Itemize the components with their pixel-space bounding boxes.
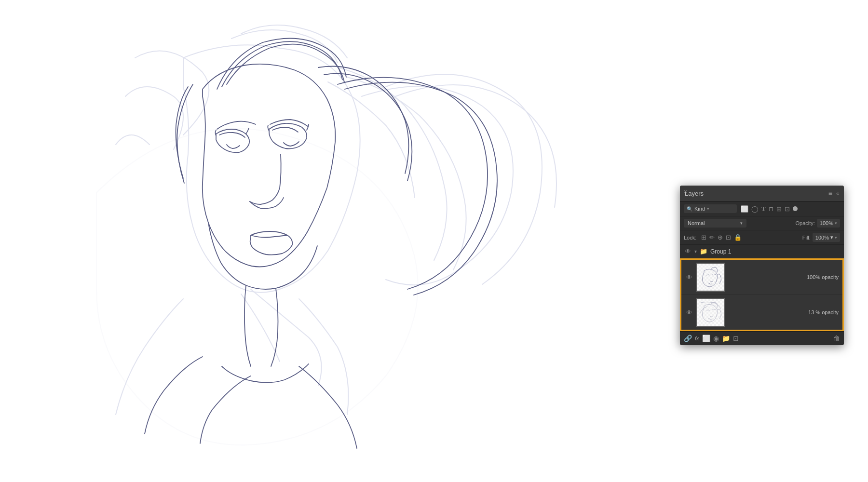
lock-transparent-icon[interactable]: ⊞ [701, 234, 706, 241]
fill-value-box[interactable]: 100% ▾ ▾ [813, 233, 840, 242]
delete-layer-icon[interactable]: 🗑 [833, 335, 840, 342]
adjustment-layer-filter-icon[interactable]: ◯ [751, 205, 759, 213]
link-layers-icon[interactable]: 🔗 [684, 335, 692, 342]
close-icon[interactable]: × [684, 188, 687, 195]
layer1-opacity-label: 100% opacity [807, 274, 839, 280]
fill-value-text: 100% [815, 235, 829, 241]
layer1-visibility-icon[interactable]: 👁 [685, 274, 693, 281]
kind-dropdown-arrow: ▾ [707, 206, 709, 211]
smart-layer-filter-icon[interactable]: ⊞ [776, 205, 782, 213]
layer2-thumb-svg [697, 299, 724, 326]
opacity-label: Opacity: [796, 220, 815, 226]
panel-header: × Layers ≡ « [680, 186, 844, 201]
fill-section: Fill: 100% ▾ ▾ [802, 233, 840, 242]
layer2-thumbnail-inner [697, 299, 724, 326]
fill-label: Fill: [802, 235, 811, 241]
blend-mode-value: Normal [688, 220, 740, 226]
opacity-arrow: ▾ [835, 221, 837, 226]
lock-label: Lock: [684, 235, 696, 241]
filter-active-toggle[interactable] [793, 206, 798, 211]
pixel-layer-filter-icon[interactable]: ⬜ [741, 205, 748, 213]
fill-arrow: ▾ [830, 234, 833, 241]
group-expand-icon[interactable]: ▾ [694, 249, 697, 254]
layer1-thumbnail-inner [697, 264, 724, 291]
kind-filter-box[interactable]: 🔍 Kind ▾ [684, 204, 737, 213]
opacity-value-text: 100% [820, 220, 833, 226]
layer2-thumbnail [696, 298, 725, 327]
type-layer-filter-icon[interactable]: T [761, 205, 766, 213]
search-icon: 🔍 [687, 206, 692, 212]
group-folder-icon: 📁 [700, 248, 707, 255]
add-mask-icon[interactable]: ⬜ [702, 335, 710, 342]
lock-icons-group: ⊞ ✏ ⊕ ⊡ 🔒 [701, 234, 742, 241]
shape-layer-filter-icon[interactable]: ⊓ [769, 205, 773, 213]
kind-label: Kind [694, 206, 705, 212]
lock-artboard-icon[interactable]: ⊡ [726, 234, 731, 241]
opacity-section: Opacity: 100% ▾ [796, 219, 841, 228]
layer-effects-icon[interactable]: fx [695, 335, 699, 341]
filter-row: 🔍 Kind ▾ ⬜ ◯ T ⊓ ⊞ ⊡ [680, 201, 844, 216]
layers-panel: × Layers ≡ « 🔍 Kind ▾ ⬜ ◯ T ⊓ ⊞ ⊡ Normal… [680, 186, 844, 345]
panel-footer: 🔗 fx ⬜ ◉ 📁 ⊡ 🗑 [680, 331, 844, 345]
layer1-thumb-svg [697, 264, 724, 291]
lock-row: Lock: ⊞ ✏ ⊕ ⊡ 🔒 Fill: 100% ▾ ▾ [680, 230, 844, 245]
layer1-thumbnail [696, 263, 725, 292]
blend-mode-arrow: ▾ [740, 221, 743, 226]
lock-position-icon[interactable]: ⊕ [718, 234, 723, 241]
group-row[interactable]: 👁 ▾ 📁 Group 1 [680, 245, 844, 258]
layer2-opacity-label: 13 % opacity [808, 309, 839, 315]
extra-filter-icon[interactable]: ⊡ [785, 205, 790, 213]
layer-row[interactable]: 👁 [681, 295, 842, 330]
group-visibility-icon[interactable]: 👁 [684, 248, 692, 255]
blend-mode-select[interactable]: Normal ▾ [684, 219, 746, 228]
new-group-icon[interactable]: 📁 [722, 335, 730, 342]
opacity-value-box[interactable]: 100% ▾ [817, 219, 840, 228]
blend-mode-row: Normal ▾ Opacity: 100% ▾ [680, 216, 844, 230]
group-name-label: Group 1 [710, 248, 840, 255]
new-fill-layer-icon[interactable]: ◉ [713, 335, 719, 342]
layer2-visibility-icon[interactable]: 👁 [685, 309, 693, 316]
layers-content: 👁 [680, 258, 844, 331]
layer-row[interactable]: 👁 [681, 260, 842, 295]
panel-collapse-icon[interactable]: « [836, 190, 839, 196]
panel-menu-icon[interactable]: ≡ [828, 189, 832, 197]
panel-title: Layers [685, 190, 704, 197]
lock-pixels-icon[interactable]: ✏ [709, 234, 715, 241]
filter-icons-row: ⬜ ◯ T ⊓ ⊞ ⊡ [741, 205, 798, 213]
lock-all-icon[interactable]: 🔒 [734, 234, 742, 241]
new-layer-icon[interactable]: ⊡ [733, 335, 739, 342]
